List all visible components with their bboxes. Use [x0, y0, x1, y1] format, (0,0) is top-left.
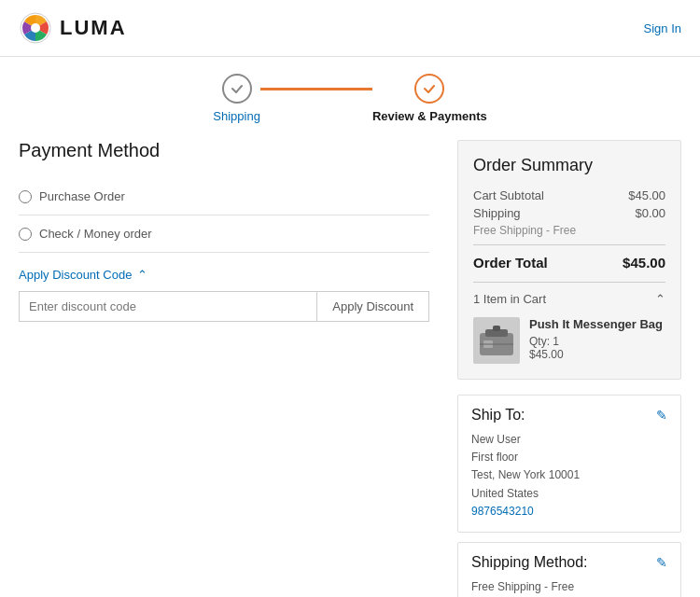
ship-to-name: New User: [471, 431, 667, 449]
discount-toggle-label: Apply Discount Code: [19, 268, 132, 282]
step-shipping-circle: [222, 74, 252, 104]
cart-items-toggle[interactable]: 1 Item in Cart ⌃: [473, 282, 665, 306]
cart-item-name: Push It Messenger Bag: [529, 317, 663, 331]
order-total-label: Order Total: [473, 255, 548, 271]
payment-section-title: Payment Method: [19, 140, 429, 161]
chevron-up-icon: ⌃: [137, 268, 147, 282]
shipping-value: $0.00: [635, 206, 665, 220]
step-connector-line: [260, 88, 372, 90]
step-review-circle: [414, 74, 444, 104]
cart-item-qty: Qty: 1: [529, 335, 663, 348]
payment-option-purchase-order: Purchase Order: [19, 178, 429, 215]
cart-subtotal-value: $45.00: [628, 188, 665, 202]
cart-subtotal-row: Cart Subtotal $45.00: [473, 188, 665, 202]
apply-discount-button[interactable]: Apply Discount: [316, 291, 429, 322]
ship-to-header: Ship To: ✎: [471, 407, 667, 423]
step-shipping: Shipping: [213, 74, 260, 123]
logo-text: LUMA: [60, 16, 127, 40]
shipping-row: Shipping $0.00: [473, 206, 665, 220]
chevron-up-icon: ⌃: [655, 292, 665, 306]
cart-item-details: Push It Messenger Bag Qty: 1 $45.00: [529, 317, 663, 361]
right-panel: Order Summary Cart Subtotal $45.00 Shipp…: [457, 140, 681, 597]
shipping-method-header: Shipping Method: ✎: [471, 554, 667, 571]
header: LUMA Sign In: [0, 0, 700, 57]
cart-subtotal-label: Cart Subtotal: [473, 188, 544, 202]
discount-section: Apply Discount Code ⌃ Apply Discount: [19, 268, 429, 322]
discount-code-input[interactable]: [19, 291, 316, 322]
check-money-radio[interactable]: [19, 228, 32, 241]
order-total-row: Order Total $45.00: [473, 244, 665, 271]
shipping-method-value: Free Shipping - Free: [471, 578, 667, 596]
logo: LUMA: [19, 11, 127, 45]
luma-logo-icon: [19, 11, 52, 45]
bag-image-svg: [476, 320, 517, 361]
purchase-order-label[interactable]: Purchase Order: [39, 189, 125, 203]
payment-option-check-money: Check / Money order: [19, 215, 429, 253]
left-panel: Payment Method Purchase Order Check / Mo…: [19, 140, 457, 597]
discount-input-row: Apply Discount: [19, 291, 429, 322]
shipping-method-edit-icon[interactable]: ✎: [656, 555, 667, 570]
sign-in-link[interactable]: Sign In: [644, 21, 681, 35]
step-shipping-label[interactable]: Shipping: [213, 109, 260, 123]
ship-to-country: United States: [471, 485, 667, 503]
cart-item-row: Push It Messenger Bag Qty: 1 $45.00: [473, 317, 665, 364]
ship-to-address1: First floor: [471, 449, 667, 466]
step-review-label[interactable]: Review & Payments: [372, 109, 487, 123]
cart-item-image: [473, 317, 520, 364]
ship-to-phone[interactable]: 9876543210: [471, 503, 667, 521]
shipping-method-section: Shipping Method: ✎ Free Shipping - Free: [457, 542, 681, 597]
ship-to-address2: Test, New York 10001: [471, 466, 667, 484]
purchase-order-radio[interactable]: [19, 190, 32, 203]
shipping-method-title: Shipping Method:: [471, 554, 588, 571]
order-total-value: $45.00: [623, 255, 665, 271]
step-review: Review & Payments: [372, 74, 487, 123]
shipping-sub-label: Free Shipping - Free: [473, 224, 576, 237]
svg-rect-4: [493, 326, 500, 331]
ship-to-title: Ship To:: [471, 407, 525, 423]
progress-bar: Shipping Review & Payments: [0, 57, 700, 131]
order-summary-title: Order Summary: [473, 156, 665, 175]
ship-to-edit-icon[interactable]: ✎: [656, 408, 667, 423]
main-content: Payment Method Purchase Order Check / Mo…: [0, 140, 700, 597]
cart-item-price: $45.00: [529, 348, 663, 361]
shipping-sub-row: Free Shipping - Free: [473, 224, 665, 237]
discount-toggle[interactable]: Apply Discount Code ⌃: [19, 268, 429, 282]
shipping-label: Shipping: [473, 206, 521, 220]
order-summary-box: Order Summary Cart Subtotal $45.00 Shipp…: [457, 140, 681, 380]
svg-point-1: [31, 23, 40, 33]
cart-items-count: 1 Item in Cart: [473, 292, 546, 306]
ship-to-section: Ship To: ✎ New User First floor Test, Ne…: [457, 395, 681, 533]
check-money-label[interactable]: Check / Money order: [39, 227, 152, 241]
